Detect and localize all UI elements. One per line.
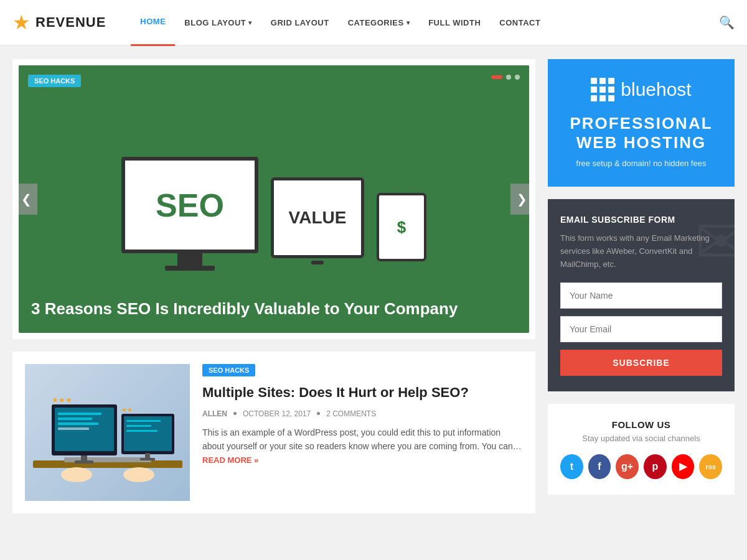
tablet-button bbox=[311, 261, 324, 264]
slider-prev-button[interactable]: ❮ bbox=[19, 184, 37, 215]
post-illustration: ★★★ ★★ bbox=[25, 364, 190, 501]
slider-dot-2[interactable] bbox=[506, 75, 511, 80]
main-content: SEO HACKS ❮ ❯ SEO bbox=[12, 59, 535, 526]
featured-slider: SEO HACKS ❮ ❯ SEO bbox=[12, 59, 535, 339]
monitor: SEO bbox=[121, 157, 258, 253]
sidebar: bluehost PROFESSIONALWEB HOSTING free se… bbox=[548, 59, 735, 526]
svg-rect-15 bbox=[126, 420, 161, 422]
tablet: VALUE bbox=[271, 177, 364, 258]
page-wrapper: SEO HACKS ❮ ❯ SEO bbox=[0, 47, 747, 538]
slider-next-button[interactable]: ❯ bbox=[510, 184, 529, 215]
youtube-button[interactable]: ▶ bbox=[672, 454, 695, 479]
monitor-wrap: SEO bbox=[121, 157, 258, 271]
logo-star-icon: ★ bbox=[12, 11, 31, 34]
meta-separator-2 bbox=[317, 412, 320, 415]
bluehost-logo: bluehost bbox=[560, 78, 722, 101]
nav-item-blog-layout[interactable]: BLOG LAYOUT ▾ bbox=[175, 0, 261, 46]
phone-wrap: $ bbox=[377, 193, 426, 261]
svg-point-3 bbox=[123, 467, 154, 482]
svg-rect-16 bbox=[126, 425, 151, 427]
seo-illustration: SEO VALUE $ bbox=[121, 84, 426, 271]
post-body: SEO HACKS Multiple Sites: Does It Hurt o… bbox=[202, 364, 523, 501]
nav-item-contact[interactable]: CONTACT bbox=[490, 0, 550, 46]
twitter-button[interactable]: t bbox=[560, 454, 583, 479]
post-meta: ALLEN OCTOBER 12, 2017 2 COMMENTS bbox=[202, 409, 523, 418]
slider-dot-3[interactable] bbox=[515, 75, 520, 80]
svg-rect-6 bbox=[58, 413, 101, 415]
logo-text: REVENUE bbox=[35, 14, 106, 30]
slider-dot-active[interactable] bbox=[491, 75, 502, 79]
social-icons: t f g+ p ▶ rss bbox=[560, 454, 722, 479]
nav-item-categories[interactable]: CATEGORIES ▾ bbox=[339, 0, 420, 46]
svg-point-2 bbox=[61, 467, 92, 482]
bluehost-name: bluehost bbox=[621, 79, 691, 100]
bluehost-grid-icon bbox=[591, 78, 613, 101]
nav-item-grid-layout[interactable]: GRID LAYOUT bbox=[261, 0, 339, 46]
slider-inner: SEO HACKS ❮ ❯ SEO bbox=[19, 65, 529, 333]
chevron-down-icon: ▾ bbox=[406, 19, 410, 26]
tablet-text: VALUE bbox=[289, 208, 347, 228]
email-input[interactable] bbox=[560, 316, 722, 342]
svg-text:★★: ★★ bbox=[121, 406, 133, 413]
follow-title: FOLLOW US bbox=[560, 419, 722, 430]
post-card: ★★★ ★★ SEO HACKS bbox=[12, 352, 535, 513]
slider-category-badge: SEO HACKS bbox=[28, 75, 81, 87]
nav-item-home[interactable]: HOME bbox=[131, 0, 175, 46]
post-date: OCTOBER 12, 2017 bbox=[243, 409, 311, 418]
svg-rect-17 bbox=[126, 430, 157, 432]
slider-image: SEO VALUE $ bbox=[19, 65, 529, 289]
google-plus-button[interactable]: g+ bbox=[616, 454, 639, 479]
rss-button[interactable]: rss bbox=[699, 454, 722, 479]
facebook-button[interactable]: f bbox=[588, 454, 611, 479]
site-logo[interactable]: ★ REVENUE bbox=[12, 11, 106, 34]
email-bg-icon: ✉ bbox=[695, 205, 735, 278]
post-title[interactable]: Multiple Sites: Does It Hurt or Help SEO… bbox=[202, 384, 523, 402]
svg-rect-9 bbox=[58, 427, 89, 430]
post-category-badge[interactable]: SEO HACKS bbox=[202, 364, 255, 376]
subscribe-button[interactable]: SUBSCRIBE bbox=[560, 350, 722, 376]
svg-rect-8 bbox=[58, 422, 98, 425]
follow-widget: FOLLOW US Stay updated via social channe… bbox=[548, 404, 735, 495]
post-excerpt: This is an example of a WordPress post, … bbox=[202, 426, 523, 468]
pinterest-button[interactable]: p bbox=[644, 454, 667, 479]
slider-title: 3 Reasons SEO Is Incredibly Valuable to … bbox=[31, 299, 517, 320]
nav-item-full-width[interactable]: FULL WIDTH bbox=[419, 0, 490, 46]
bluehost-heading: PROFESSIONALWEB HOSTING bbox=[560, 114, 722, 152]
email-subscribe-widget: ✉ EMAIL SUBSCRIBE FORM This form works w… bbox=[548, 199, 735, 391]
bluehost-ad[interactable]: bluehost PROFESSIONALWEB HOSTING free se… bbox=[548, 59, 735, 187]
main-nav: HOME BLOG LAYOUT ▾ GRID LAYOUT CATEGORIE… bbox=[131, 0, 719, 46]
slider-dots bbox=[491, 75, 520, 80]
site-header: ★ REVENUE HOME BLOG LAYOUT ▾ GRID LAYOUT… bbox=[0, 0, 747, 47]
meta-separator bbox=[233, 412, 237, 415]
slider-caption: 3 Reasons SEO Is Incredibly Valuable to … bbox=[19, 289, 529, 329]
read-more-link[interactable]: READ MORE » bbox=[202, 455, 258, 465]
post-author: ALLEN bbox=[202, 409, 227, 418]
bluehost-subtext: free setup & domain! no hidden fees bbox=[560, 159, 722, 168]
phone: $ bbox=[377, 193, 426, 261]
follow-subtitle: Stay updated via social channels bbox=[560, 434, 722, 443]
monitor-stand bbox=[177, 253, 202, 266]
chevron-down-icon: ▾ bbox=[248, 19, 252, 26]
svg-rect-19 bbox=[140, 458, 155, 460]
svg-text:★★★: ★★★ bbox=[52, 396, 72, 404]
svg-rect-7 bbox=[58, 418, 92, 420]
post-comments-count[interactable]: 2 COMMENTS bbox=[326, 409, 376, 418]
tablet-wrap: VALUE bbox=[271, 177, 364, 264]
monitor-base bbox=[165, 266, 215, 271]
phone-text: $ bbox=[397, 218, 406, 237]
svg-rect-11 bbox=[75, 460, 93, 464]
post-thumbnail: ★★★ ★★ bbox=[25, 364, 190, 501]
monitor-text: SEO bbox=[156, 187, 224, 224]
name-input[interactable] bbox=[560, 282, 722, 309]
search-icon[interactable]: 🔍 bbox=[719, 15, 735, 30]
post-svg-illustration: ★★★ ★★ bbox=[27, 370, 189, 495]
